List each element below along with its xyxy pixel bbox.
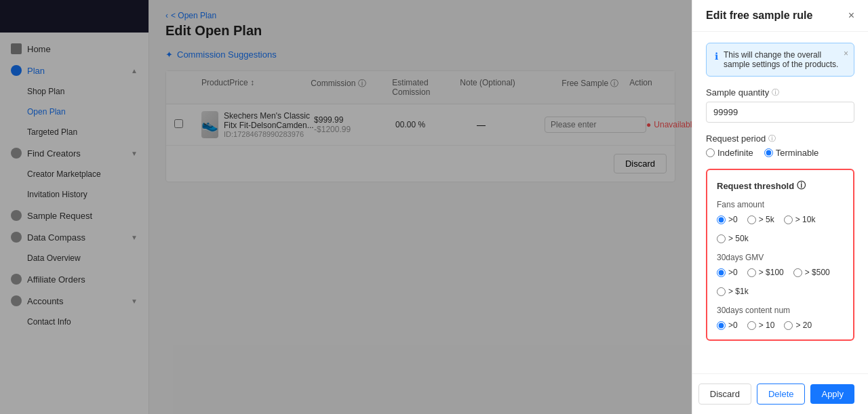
content-radio-0[interactable] [717, 321, 726, 330]
gmv-radio-0[interactable] [717, 268, 726, 277]
content-num-label: 30days content num [717, 306, 844, 315]
radio-terminable-input[interactable] [764, 148, 773, 157]
request-period-group: Request period ⓘ Indefinite Terminable [706, 133, 854, 158]
info-banner-text: This will change the overall sample sett… [724, 50, 846, 69]
gmv-radio-500[interactable] [793, 268, 802, 277]
content-option-0[interactable]: >0 [717, 320, 738, 330]
panel-apply-button[interactable]: Apply [810, 384, 854, 404]
panel-discard-button[interactable]: Discard [698, 384, 751, 405]
gmv-radio-100[interactable] [747, 268, 756, 277]
content-radio-10[interactable] [747, 321, 756, 330]
radio-indefinite-input[interactable] [706, 148, 715, 157]
info-icon: ℹ [715, 51, 718, 62]
fans-radio-0[interactable] [717, 215, 726, 224]
info-banner-close-button[interactable]: × [844, 49, 848, 58]
threshold-help-icon[interactable]: ⓘ [797, 180, 806, 192]
request-period-options: Indefinite Terminable [706, 148, 854, 158]
content-options: >0 > 10 > 20 [717, 320, 844, 330]
content-num-section: 30days content num >0 > 10 > 20 [717, 306, 844, 330]
radio-terminable[interactable]: Terminable [764, 148, 819, 158]
fans-amount-section: Fans amount >0 > 5k > 10k [717, 200, 844, 243]
panel-body: ℹ This will change the overall sample se… [692, 32, 868, 373]
fans-radio-5k[interactable] [747, 215, 756, 224]
request-period-label: Request period ⓘ [706, 133, 854, 144]
fans-radio-10k[interactable] [784, 215, 793, 224]
info-banner: ℹ This will change the overall sample se… [706, 43, 854, 77]
gmv-option-0[interactable]: >0 [717, 268, 738, 277]
gmv-option-100[interactable]: > $100 [747, 268, 784, 277]
gmv-label: 30days GMV [717, 253, 844, 262]
fans-option-50k[interactable]: > 50k [717, 234, 749, 243]
fans-amount-label: Fans amount [717, 200, 844, 209]
radio-indefinite[interactable]: Indefinite [706, 148, 753, 158]
gmv-section: 30days GMV >0 > $100 > $500 [717, 253, 844, 296]
sample-quantity-help-icon[interactable]: ⓘ [772, 87, 779, 98]
close-button[interactable]: × [848, 10, 854, 21]
panel-footer: Discard Delete Apply [692, 373, 868, 414]
content-radio-20[interactable] [784, 321, 793, 330]
fans-option-5k[interactable]: > 5k [747, 215, 774, 224]
gmv-options: >0 > $100 > $500 > $1k [717, 268, 844, 296]
panel-title: Edit free sample rule [706, 9, 812, 22]
request-threshold-box: Request threshold ⓘ Fans amount >0 > 5k [706, 169, 854, 341]
panel-header: Edit free sample rule × [692, 0, 868, 32]
sample-quantity-group: Sample quantity ⓘ [706, 87, 854, 123]
threshold-title: Request threshold ⓘ [717, 180, 844, 192]
content-option-20[interactable]: > 20 [784, 320, 812, 330]
edit-free-sample-panel: Edit free sample rule × ℹ This will chan… [692, 0, 868, 414]
fans-option-10k[interactable]: > 10k [784, 215, 816, 224]
content-option-10[interactable]: > 10 [747, 320, 775, 330]
fans-radio-50k[interactable] [717, 234, 726, 243]
fans-amount-options: >0 > 5k > 10k > 50k [717, 215, 844, 243]
request-period-help-icon[interactable]: ⓘ [768, 133, 776, 144]
sample-quantity-input[interactable] [706, 102, 854, 123]
gmv-radio-1k[interactable] [717, 287, 726, 296]
fans-option-0[interactable]: >0 [717, 215, 738, 224]
gmv-option-1k[interactable]: > $1k [717, 287, 749, 296]
gmv-option-500[interactable]: > $500 [793, 268, 830, 277]
panel-delete-button[interactable]: Delete [757, 384, 806, 405]
sample-quantity-label: Sample quantity ⓘ [706, 87, 854, 98]
